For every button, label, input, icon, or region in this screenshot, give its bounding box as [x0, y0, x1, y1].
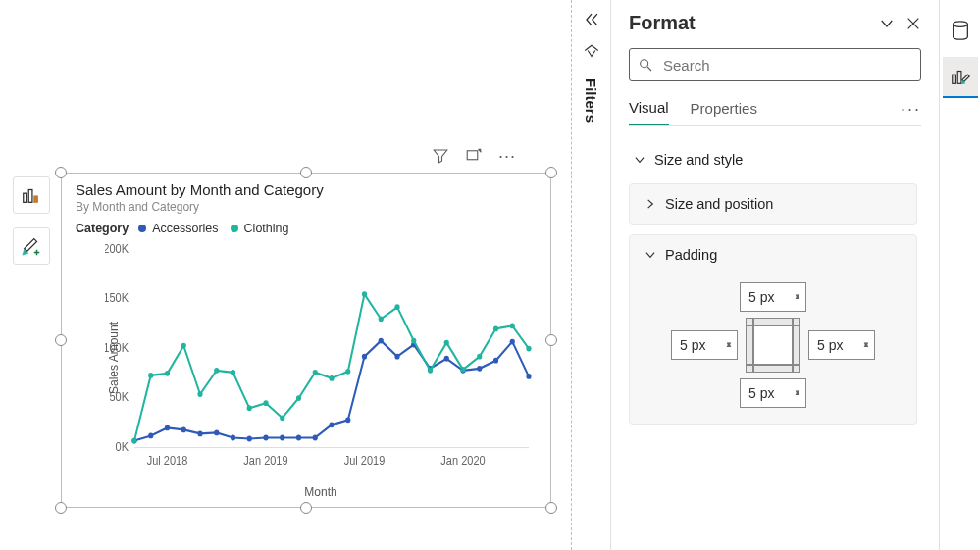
- visual-tool-rail: [13, 176, 50, 265]
- svg-point-33: [444, 356, 449, 362]
- svg-text:Jul 2018: Jul 2018: [147, 454, 188, 468]
- padding-left-input[interactable]: 5 px ▲▼: [671, 330, 738, 360]
- paint-brush-plus-icon: [21, 235, 42, 257]
- svg-point-54: [379, 316, 384, 322]
- resize-handle-s[interactable]: [300, 502, 312, 514]
- svg-point-30: [394, 354, 399, 360]
- format-pane-title: Format: [629, 12, 696, 34]
- svg-text:Jan 2020: Jan 2020: [440, 454, 485, 468]
- svg-point-59: [460, 367, 465, 373]
- padding-right-input[interactable]: 5 px ▲▼: [808, 330, 875, 360]
- resize-handle-se[interactable]: [545, 502, 557, 514]
- chevron-down-icon: [633, 153, 646, 167]
- svg-point-63: [526, 346, 531, 352]
- resize-handle-nw[interactable]: [55, 167, 67, 178]
- svg-point-21: [247, 436, 252, 442]
- chart-subtitle: By Month and Category: [76, 200, 537, 214]
- padding-right-value: 5 px: [817, 337, 843, 353]
- svg-point-65: [953, 21, 967, 26]
- resize-handle-w[interactable]: [55, 334, 67, 346]
- svg-point-53: [362, 291, 367, 297]
- svg-point-16: [165, 425, 170, 431]
- stacked-bar-icon: [21, 184, 42, 206]
- svg-text:0K: 0K: [116, 439, 129, 453]
- chart-title: Sales Amount by Month and Category: [76, 181, 537, 198]
- svg-rect-0: [24, 193, 27, 202]
- format-sections: Size and style Size and position Padding…: [629, 140, 921, 550]
- svg-point-39: [131, 438, 136, 444]
- tabs-more-icon[interactable]: ···: [901, 99, 921, 125]
- svg-point-18: [197, 431, 202, 437]
- chevron-down-icon[interactable]: [878, 15, 896, 32]
- padding-left-value: 5 px: [680, 337, 705, 353]
- svg-point-22: [263, 435, 268, 441]
- svg-point-50: [313, 370, 318, 375]
- resize-handle-ne[interactable]: [545, 167, 557, 178]
- resize-handle-n[interactable]: [300, 167, 312, 178]
- chevron-down-icon: [644, 248, 657, 262]
- data-pane-button[interactable]: [943, 10, 978, 51]
- line-chart-visual[interactable]: Sales Amount by Month and Category By Mo…: [61, 173, 551, 508]
- tab-visual[interactable]: Visual: [629, 99, 669, 125]
- format-pane-button[interactable]: [943, 57, 978, 98]
- chart-svg: 0K50K100K150K200KJul 2018Jan 2019Jul 201…: [105, 243, 537, 472]
- svg-point-36: [493, 358, 498, 364]
- padding-bottom-input[interactable]: 5 px ▲▼: [740, 378, 806, 408]
- report-canvas[interactable]: ··· Sales Amount by Month and Category B…: [0, 0, 569, 550]
- legend-item-clothing: Clothing: [244, 222, 289, 235]
- svg-rect-1: [28, 190, 32, 203]
- section-size-and-style[interactable]: Size and style: [629, 140, 917, 179]
- format-search-field[interactable]: [661, 56, 912, 75]
- svg-point-38: [526, 374, 531, 379]
- section-padding[interactable]: Padding: [630, 235, 916, 275]
- svg-point-15: [148, 433, 153, 439]
- section-label: Size and position: [665, 196, 773, 212]
- data-icon: [950, 20, 971, 41]
- svg-point-23: [280, 435, 284, 441]
- svg-point-52: [345, 369, 350, 375]
- format-visual-button[interactable]: [13, 227, 50, 265]
- section-size-and-position[interactable]: Size and position: [630, 184, 916, 224]
- svg-point-20: [231, 435, 235, 441]
- svg-point-40: [148, 373, 153, 378]
- svg-point-58: [444, 340, 449, 346]
- svg-text:Jan 2019: Jan 2019: [243, 454, 287, 468]
- format-search-input[interactable]: [629, 48, 921, 81]
- chart-plot-area: Sales Amount Month 0K50K100K150K200KJul …: [105, 243, 537, 472]
- svg-rect-3: [467, 151, 478, 160]
- section-label: Padding: [665, 247, 717, 263]
- format-pane: Format Visual Properties ··· Size and st…: [610, 0, 939, 550]
- tab-general[interactable]: Properties: [691, 100, 757, 125]
- funnel-icon[interactable]: [432, 147, 449, 165]
- resize-handle-sw[interactable]: [55, 502, 67, 514]
- svg-point-19: [214, 430, 219, 436]
- svg-point-24: [296, 435, 301, 441]
- focus-mode-icon[interactable]: [465, 147, 483, 165]
- svg-point-41: [165, 371, 170, 376]
- svg-point-57: [428, 368, 433, 374]
- svg-point-42: [181, 343, 186, 349]
- legend-title: Category: [76, 222, 129, 235]
- chevron-right-icon: [644, 197, 657, 211]
- build-visual-button[interactable]: [13, 176, 50, 214]
- padding-top-input[interactable]: 5 px ▲▼: [740, 282, 806, 312]
- svg-point-45: [231, 370, 235, 375]
- svg-point-27: [345, 417, 350, 423]
- legend-dot-accessories: [138, 225, 146, 232]
- svg-point-35: [477, 366, 482, 372]
- search-icon: [638, 57, 653, 73]
- close-icon[interactable]: [905, 16, 921, 31]
- filters-expand-icon[interactable]: [583, 43, 600, 61]
- filters-pane-collapsed[interactable]: Filters: [571, 0, 610, 550]
- section-label: Size and style: [654, 152, 743, 168]
- svg-point-55: [394, 304, 399, 310]
- padding-preview: [746, 318, 800, 373]
- padding-top-value: 5 px: [748, 289, 774, 305]
- svg-point-37: [510, 339, 515, 345]
- svg-point-46: [247, 405, 252, 411]
- filters-pane-label: Filters: [583, 78, 599, 123]
- svg-point-64: [641, 60, 648, 68]
- visual-header-actions: ···: [432, 147, 516, 165]
- resize-handle-e[interactable]: [545, 334, 557, 346]
- chevrons-left-icon[interactable]: [582, 10, 601, 29]
